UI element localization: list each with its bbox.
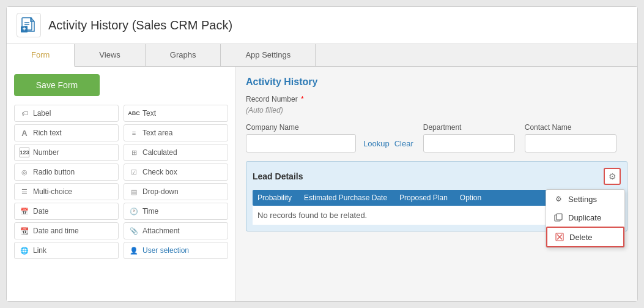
app-header: Activity History (Sales CRM Pack) (7, 7, 637, 44)
company-row: Company Name Lookup Clear Department Con… (246, 123, 627, 152)
tab-views[interactable]: Views (75, 44, 145, 66)
field-radio-button-text: Radio button (33, 168, 75, 176)
text-icon: ABC (129, 108, 139, 118)
field-calculated[interactable]: ⊞ Calculated (124, 144, 228, 161)
contact-name-label: Contact Name (525, 123, 616, 132)
field-time-text: Time (142, 207, 158, 216)
field-date-and-time[interactable]: 📆 Date and time (14, 222, 119, 239)
right-panel: Activity History Record Number * (Auto f… (236, 67, 637, 301)
user-selection-icon: 👤 (129, 246, 139, 255)
clear-link[interactable]: Clear (394, 139, 413, 148)
tab-app-settings[interactable]: App Settings (221, 44, 316, 66)
fields-grid: 🏷 Label ABC Text A Rich text ≡ Text area (14, 105, 228, 259)
field-link[interactable]: 🌐 Link (14, 242, 119, 259)
date-and-time-icon: 📆 (20, 226, 29, 236)
context-menu-duplicate[interactable]: Duplicate (546, 208, 624, 227)
page-title: Activity History (Sales CRM Pack) (48, 18, 232, 32)
field-attachment[interactable]: 📎 Attachment (124, 222, 228, 239)
settings-icon: ⚙ (553, 194, 563, 204)
field-date-and-time-text: Date and time (33, 227, 79, 235)
field-attachment-text: Attachment (142, 227, 180, 235)
field-user-selection[interactable]: 👤 User selection (124, 242, 228, 259)
company-name-input[interactable] (246, 134, 356, 152)
link-icon: 🌐 (20, 246, 29, 255)
gear-icon: ⚙ (609, 171, 616, 181)
field-multi-choice-text: Multi-choice (33, 187, 72, 196)
section-title: Lead Details (253, 171, 303, 181)
field-text-area-text: Text area (142, 129, 172, 137)
field-rich-text-text: Rich text (33, 129, 62, 137)
lookup-link[interactable]: Lookup (363, 139, 390, 148)
multi-choice-icon: ☰ (20, 187, 29, 197)
time-icon: 🕐 (129, 206, 139, 216)
svg-rect-8 (557, 214, 562, 220)
delete-label: Delete (569, 233, 593, 242)
company-name-label: Company Name (246, 123, 413, 132)
outer-container: Activity History (Sales CRM Pack) Form V… (0, 0, 644, 308)
col-est-purchase-date: Estimated Purchase Date (304, 193, 387, 202)
department-label: Department (423, 123, 515, 132)
tab-form[interactable]: Form (7, 44, 75, 67)
tabs-bar: Form Views Graphs App Settings (7, 44, 637, 67)
duplicate-label: Duplicate (568, 213, 601, 222)
field-number[interactable]: 123 Number (14, 144, 119, 161)
app-icon (17, 13, 41, 37)
text-area-icon: ≡ (129, 128, 139, 138)
field-text[interactable]: ABC Text (124, 105, 228, 122)
field-link-text: Link (33, 246, 46, 255)
delete-icon (555, 232, 564, 242)
department-input[interactable] (423, 134, 515, 152)
rich-text-icon: A (20, 128, 29, 138)
field-date-text: Date (33, 207, 48, 216)
record-number-label: Record Number * (246, 95, 627, 103)
context-menu-settings[interactable]: ⚙ Settings (546, 190, 624, 208)
field-radio-button[interactable]: ◎ Radio button (14, 163, 119, 181)
field-text-area[interactable]: ≡ Text area (124, 124, 228, 141)
field-user-selection-text: User selection (142, 246, 189, 255)
field-date[interactable]: 📅 Date (14, 203, 119, 220)
attachment-icon: 📎 (129, 226, 139, 236)
col-option: Option (460, 193, 481, 202)
number-icon: 123 (20, 148, 29, 157)
department-field: Department (423, 123, 515, 152)
company-name-field: Company Name Lookup Clear (246, 123, 413, 152)
field-calculated-text: Calculated (142, 148, 177, 157)
save-form-button[interactable]: Save Form (14, 74, 100, 96)
record-number-group: Record Number * (Auto filled) (246, 95, 627, 115)
main-card: Activity History (Sales CRM Pack) Form V… (6, 6, 638, 302)
label-icon: 🏷 (20, 108, 29, 118)
field-check-box-text: Check box (142, 168, 177, 176)
context-menu-delete[interactable]: Delete (546, 227, 624, 247)
field-label-text: Label (33, 109, 51, 118)
context-menu: ⚙ Settings Duplicate (546, 189, 625, 248)
radio-button-icon: ◎ (20, 167, 29, 177)
field-drop-down[interactable]: ▤ Drop-down (124, 183, 228, 200)
drop-down-icon: ▤ (129, 187, 139, 197)
record-number-autofill: (Auto filled) (246, 106, 627, 115)
field-label[interactable]: 🏷 Label (14, 105, 119, 122)
field-drop-down-text: Drop-down (142, 187, 179, 196)
tab-graphs[interactable]: Graphs (146, 44, 221, 66)
gear-button[interactable]: ⚙ (604, 168, 621, 185)
field-multi-choice[interactable]: ☰ Multi-choice (14, 183, 119, 200)
left-panel: Save Form 🏷 Label ABC Text A Rich text (7, 67, 236, 301)
required-marker: * (301, 95, 304, 103)
section-header: Lead Details ⚙ (253, 168, 621, 185)
calculated-icon: ⊞ (129, 148, 139, 157)
field-number-text: Number (33, 148, 59, 157)
col-proposed-plan: Proposed Plan (399, 193, 448, 202)
col-probability: Probability (257, 193, 292, 202)
field-check-box[interactable]: ☑ Check box (124, 163, 228, 181)
check-box-icon: ☑ (129, 167, 139, 177)
duplicate-icon (553, 212, 563, 222)
field-time[interactable]: 🕐 Time (124, 203, 228, 220)
settings-label: Settings (568, 195, 597, 204)
form-title: Activity History (246, 77, 627, 88)
date-icon: 📅 (20, 206, 29, 216)
body-area: Save Form 🏷 Label ABC Text A Rich text (7, 67, 637, 301)
contact-name-input[interactable] (525, 134, 616, 152)
field-rich-text[interactable]: A Rich text (14, 124, 119, 141)
field-text-text: Text (142, 109, 156, 118)
contact-name-field: Contact Name (525, 123, 616, 152)
